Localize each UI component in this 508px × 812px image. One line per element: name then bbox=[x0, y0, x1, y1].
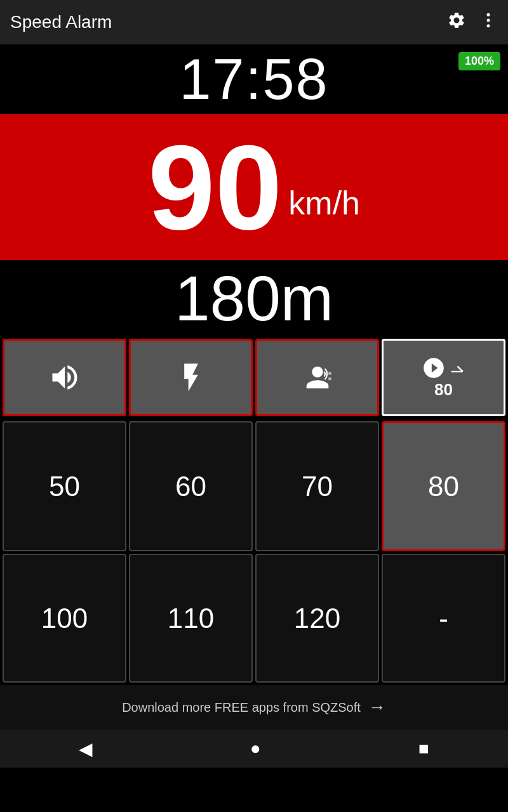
app-title: Speed Alarm bbox=[10, 12, 112, 32]
speed-limit-icon-container: 80 bbox=[422, 356, 466, 400]
voice-button[interactable] bbox=[255, 339, 379, 416]
speed-value: 90 bbox=[148, 127, 282, 247]
distance-value: 180m bbox=[175, 262, 333, 335]
controls-row: 80 bbox=[0, 336, 508, 419]
speed-btn-110[interactable]: 110 bbox=[129, 554, 253, 683]
footer-text: Download more FREE apps from SQZSoft bbox=[122, 700, 361, 715]
speed-btn-none[interactable]: - bbox=[382, 554, 505, 683]
speed-limit-value: 80 bbox=[434, 380, 453, 400]
speed-btn-120[interactable]: 120 bbox=[255, 554, 379, 683]
footer-banner[interactable]: Download more FREE apps from SQZSoft → bbox=[0, 685, 508, 730]
speed-btn-80[interactable]: 80 bbox=[382, 421, 505, 551]
nav-back[interactable]: ◀ bbox=[64, 733, 108, 764]
speed-grid: 50 60 70 80 100 110 120 - bbox=[0, 419, 508, 685]
nav-home[interactable]: ● bbox=[235, 733, 276, 764]
clock-section: 17:58 100% bbox=[0, 44, 508, 114]
more-icon[interactable] bbox=[479, 11, 498, 34]
speed-btn-100[interactable]: 100 bbox=[3, 554, 126, 683]
settings-icon[interactable] bbox=[447, 11, 466, 34]
speed-limit-button[interactable]: 80 bbox=[382, 339, 505, 416]
svg-point-1 bbox=[487, 18, 490, 22]
speed-section: 90 km/h bbox=[0, 114, 508, 260]
sound-button[interactable] bbox=[3, 339, 126, 416]
top-icons bbox=[447, 11, 498, 34]
flash-button[interactable] bbox=[129, 339, 253, 416]
top-bar: Speed Alarm bbox=[0, 0, 508, 44]
battery-badge: 100% bbox=[458, 52, 500, 70]
nav-bar: ◀ ● ■ bbox=[0, 730, 508, 768]
distance-section: 180m bbox=[0, 260, 508, 336]
speed-unit: km/h bbox=[288, 184, 360, 222]
svg-point-0 bbox=[487, 13, 490, 16]
clock-display: 17:58 bbox=[179, 51, 328, 108]
svg-point-2 bbox=[487, 24, 490, 27]
speed-btn-70[interactable]: 70 bbox=[255, 421, 379, 551]
nav-recent[interactable]: ■ bbox=[403, 733, 444, 764]
speed-btn-50[interactable]: 50 bbox=[3, 421, 126, 551]
footer-arrow: → bbox=[368, 697, 386, 717]
speed-btn-60[interactable]: 60 bbox=[129, 421, 253, 551]
